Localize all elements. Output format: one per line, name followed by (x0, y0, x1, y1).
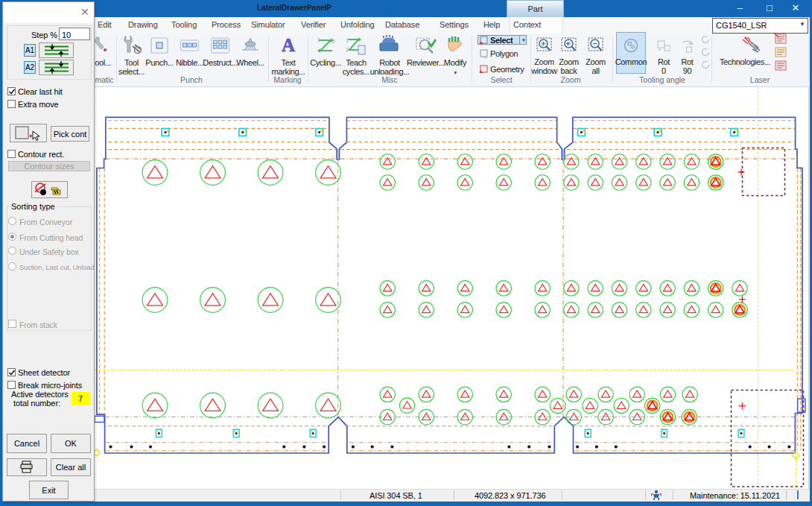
svg-text:1: 1 (317, 37, 320, 42)
svg-text:2: 2 (332, 39, 335, 44)
svg-text:A: A (282, 35, 295, 55)
svg-text:3: 3 (346, 47, 349, 52)
svg-text:1: 1 (346, 38, 349, 43)
